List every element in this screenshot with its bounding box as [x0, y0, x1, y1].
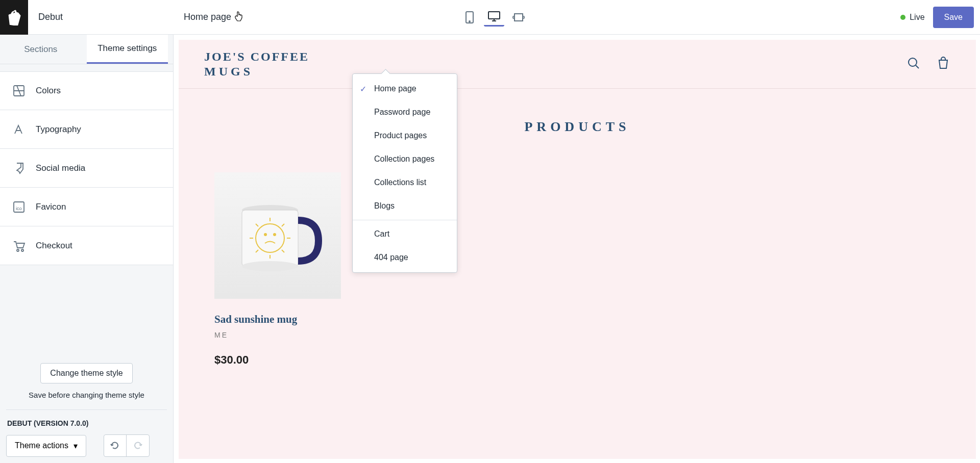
page-selector-label: Home page: [184, 12, 231, 22]
fullscreen-view-button[interactable]: [508, 8, 529, 27]
setting-colors[interactable]: Colors: [0, 71, 173, 110]
setting-favicon[interactable]: ico Favicon: [0, 188, 173, 226]
setting-label: Colors: [36, 86, 61, 96]
dropdown-item-404-page[interactable]: 404 page: [353, 246, 457, 269]
shopify-logo[interactable]: [0, 0, 28, 35]
tab-theme-settings[interactable]: Theme settings: [87, 35, 168, 64]
dropdown-item-product-pages[interactable]: Product pages: [353, 124, 457, 147]
theme-actions-button[interactable]: Theme actions ▾: [6, 435, 86, 457]
svg-rect-2: [488, 12, 500, 19]
dropdown-item-blogs[interactable]: Blogs: [353, 194, 457, 218]
setting-typography[interactable]: Typography: [0, 110, 173, 149]
colors-icon: [11, 84, 27, 98]
page-dropdown: ✓ Home page Password page Product pages …: [352, 73, 457, 273]
save-button[interactable]: Save: [933, 7, 974, 28]
svg-point-7: [17, 249, 19, 251]
checkout-icon: [11, 239, 27, 253]
product-image: [214, 172, 341, 299]
svg-point-9: [909, 58, 917, 66]
page-selector[interactable]: Home page: [184, 11, 243, 24]
theme-version: DEBUT (VERSION 7.0.0): [6, 419, 167, 427]
product-vendor: ME: [214, 331, 341, 339]
dropdown-item-collection-pages[interactable]: Collection pages: [353, 147, 457, 171]
dropdown-item-cart[interactable]: Cart: [353, 222, 457, 246]
svg-point-1: [469, 21, 470, 22]
setting-checkout[interactable]: Checkout: [0, 226, 173, 265]
svg-point-8: [21, 249, 23, 251]
live-status: Live: [900, 13, 924, 22]
dropdown-item-collections-list[interactable]: Collections list: [353, 171, 457, 194]
typography-icon: [11, 122, 27, 137]
tab-sections[interactable]: Sections: [0, 35, 82, 64]
favicon-icon: ico: [11, 200, 27, 214]
products-heading: PRODUCTS: [179, 119, 976, 135]
cart-icon[interactable]: [936, 56, 950, 72]
warning-text: Save before changing theme style: [6, 391, 167, 399]
product-card[interactable]: Sad sunshine mug ME $30.00: [214, 172, 341, 367]
svg-text:ico: ico: [16, 206, 22, 211]
setting-label: Typography: [36, 124, 81, 135]
store-brand[interactable]: JOE'S COFFEE MUGS: [204, 49, 309, 79]
setting-label: Checkout: [36, 241, 72, 251]
social-media-icon: [11, 161, 27, 175]
svg-point-12: [242, 261, 298, 271]
caret-down-icon: ▾: [74, 441, 78, 451]
store-header: JOE'S COFFEE MUGS: [179, 40, 976, 89]
change-theme-style-button[interactable]: Change theme style: [40, 363, 132, 383]
mobile-view-button[interactable]: [459, 8, 480, 27]
check-icon: ✓: [360, 84, 366, 94]
product-price: $30.00: [214, 353, 341, 367]
svg-point-22: [264, 233, 267, 236]
dropdown-item-password-page[interactable]: Password page: [353, 100, 457, 124]
desktop-view-button[interactable]: [484, 8, 504, 27]
cursor-pointer-icon: [234, 11, 243, 24]
redo-button[interactable]: [127, 435, 149, 456]
setting-label: Social media: [36, 163, 85, 173]
setting-social-media[interactable]: Social media: [0, 149, 173, 188]
undo-button[interactable]: [104, 435, 127, 456]
setting-label: Favicon: [36, 202, 66, 212]
theme-name: Debut: [28, 12, 63, 22]
svg-point-23: [273, 233, 276, 236]
product-title: Sad sunshine mug: [214, 313, 341, 326]
dropdown-item-home-page[interactable]: ✓ Home page: [353, 77, 457, 100]
search-icon[interactable]: [906, 56, 921, 72]
live-dot-icon: [900, 15, 905, 20]
svg-rect-3: [514, 14, 523, 21]
